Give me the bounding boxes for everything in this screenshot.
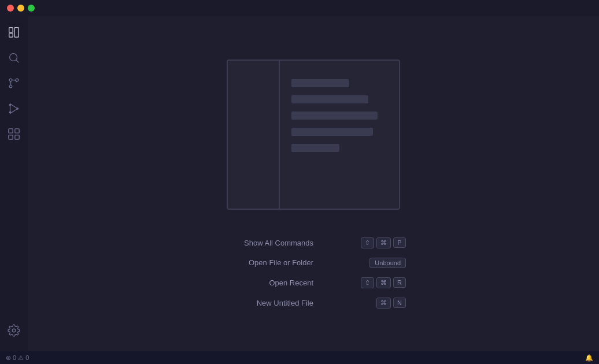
kbd-p: P <box>393 237 406 248</box>
kbd-cmd-3: ⌘ <box>376 298 391 309</box>
bell-icon[interactable]: 🔔 <box>585 354 593 362</box>
statusbar-left: ⊗ 0 ⚠ 0 <box>6 354 29 362</box>
logo-bar-4 <box>291 128 373 136</box>
content-area: Show All Commands ⇧ ⌘ P Open File or Fol… <box>28 16 599 351</box>
svg-point-16 <box>12 329 16 332</box>
kbd-unbound: Unbound <box>369 258 406 268</box>
kbd-r: R <box>393 277 406 288</box>
shortcut-keys-open-recent: ⇧ ⌘ R <box>361 277 406 288</box>
svg-rect-13 <box>15 129 19 133</box>
sidebar-item-files[interactable] <box>2 21 25 44</box>
minimize-button[interactable] <box>17 5 24 12</box>
error-count: ⊗ 0 ⚠ 0 <box>6 354 29 362</box>
svg-point-9 <box>9 112 12 114</box>
titlebar <box>0 0 599 16</box>
shortcut-keys-show-all-commands: ⇧ ⌘ P <box>361 237 406 248</box>
logo-area <box>227 60 400 210</box>
statusbar-right: 🔔 <box>585 354 593 362</box>
kbd-shift-1: ⇧ <box>361 237 374 248</box>
sidebar-item-search[interactable] <box>2 46 25 69</box>
kbd-shift-2: ⇧ <box>361 277 374 288</box>
shortcut-new-file: New Untitled File ⌘ N <box>221 298 406 309</box>
kbd-cmd-1: ⌘ <box>376 237 391 248</box>
kbd-cmd-2: ⌘ <box>376 277 391 288</box>
sidebar-item-run-debug[interactable] <box>2 97 25 120</box>
logo-bar-5 <box>291 144 339 152</box>
svg-rect-0 <box>9 28 13 32</box>
shortcut-open-file: Open File or Folder Unbound <box>221 258 406 268</box>
logo-bar-3 <box>291 112 378 120</box>
logo-right-panel <box>280 61 399 209</box>
svg-rect-1 <box>9 34 13 37</box>
activity-bar <box>0 16 28 351</box>
warning-number: 0 <box>25 354 29 361</box>
logo-bar-1 <box>291 79 349 87</box>
logo-bar-2 <box>291 95 368 103</box>
svg-point-3 <box>10 54 17 61</box>
sidebar-item-source-control[interactable] <box>2 72 25 95</box>
svg-point-10 <box>17 107 19 110</box>
activity-bar-top <box>2 21 25 319</box>
shortcut-keys-new-file: ⌘ N <box>376 298 406 309</box>
main-area: Show All Commands ⇧ ⌘ P Open File or Fol… <box>0 16 599 351</box>
warning-icon: ⚠ <box>18 354 24 362</box>
sidebar-item-settings[interactable] <box>2 319 25 342</box>
sidebar-item-extensions[interactable] <box>2 122 25 146</box>
shortcut-label-new-file: New Untitled File <box>221 299 313 307</box>
svg-rect-14 <box>9 135 13 139</box>
svg-point-5 <box>9 79 12 81</box>
shortcut-open-recent: Open Recent ⇧ ⌘ R <box>221 277 406 288</box>
shortcut-label-show-all-commands: Show All Commands <box>221 239 313 247</box>
svg-line-4 <box>16 60 19 62</box>
activity-bar-bottom <box>2 319 25 347</box>
shortcut-show-all-commands: Show All Commands ⇧ ⌘ P <box>221 237 406 248</box>
svg-marker-8 <box>10 104 18 114</box>
error-icon: ⊗ <box>6 354 11 362</box>
svg-rect-12 <box>9 129 13 133</box>
logo-illustration <box>227 60 400 210</box>
shortcut-label-open-recent: Open Recent <box>221 278 313 287</box>
svg-rect-2 <box>14 28 19 38</box>
statusbar: ⊗ 0 ⚠ 0 🔔 <box>0 351 599 364</box>
shortcut-label-open-file: Open File or Folder <box>221 258 313 267</box>
error-number: 0 <box>13 354 16 361</box>
svg-point-7 <box>9 85 12 88</box>
shortcuts-section: Show All Commands ⇧ ⌘ P Open File or Fol… <box>221 237 406 309</box>
kbd-n: N <box>393 298 406 308</box>
close-button[interactable] <box>7 5 14 12</box>
svg-rect-15 <box>15 135 19 139</box>
maximize-button[interactable] <box>28 5 35 12</box>
shortcut-keys-open-file: Unbound <box>369 258 406 268</box>
traffic-lights <box>7 5 35 12</box>
logo-left-panel <box>228 61 280 209</box>
svg-point-11 <box>9 104 12 106</box>
